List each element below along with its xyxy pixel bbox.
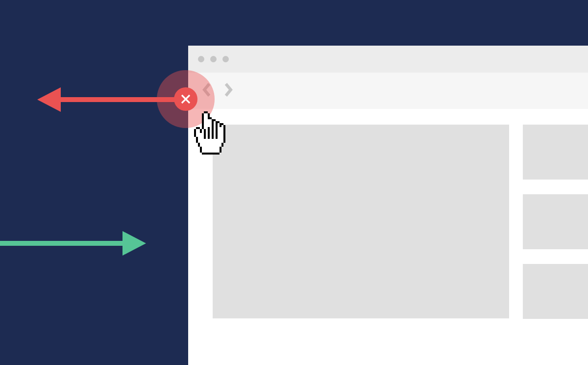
close-button[interactable] — [174, 87, 197, 111]
svg-rect-13 — [200, 143, 221, 149]
svg-rect-25 — [223, 125, 225, 143]
window-control-dot[interactable] — [222, 56, 229, 62]
forward-button[interactable] — [223, 82, 233, 99]
svg-rect-26 — [221, 143, 223, 147]
svg-rect-36 — [208, 127, 210, 139]
content-placeholder-side — [523, 264, 588, 319]
hand-pointer-cursor-icon — [190, 111, 229, 160]
window-control-dot[interactable] — [198, 56, 204, 62]
svg-rect-15 — [202, 113, 204, 129]
svg-rect-31 — [196, 137, 198, 143]
svg-rect-33 — [196, 127, 200, 129]
sidebar-column — [523, 125, 588, 319]
svg-marker-1 — [37, 87, 61, 112]
svg-rect-28 — [202, 153, 220, 155]
svg-rect-8 — [208, 119, 212, 121]
svg-rect-29 — [200, 147, 202, 153]
nav-toolbar — [188, 73, 588, 109]
svg-rect-16 — [204, 111, 208, 113]
svg-rect-12 — [198, 137, 223, 143]
svg-rect-22 — [216, 121, 220, 123]
content-placeholder-side — [523, 125, 588, 180]
title-bar — [188, 46, 588, 73]
svg-rect-27 — [220, 147, 221, 153]
svg-rect-24 — [220, 123, 223, 125]
browser-window — [188, 46, 588, 365]
window-control-dot[interactable] — [210, 56, 217, 62]
content-placeholder-main — [213, 125, 509, 318]
svg-rect-35 — [204, 129, 206, 139]
svg-rect-20 — [212, 119, 216, 121]
svg-rect-6 — [204, 113, 208, 121]
svg-rect-18 — [208, 117, 212, 119]
svg-rect-32 — [194, 129, 196, 137]
close-icon — [180, 93, 192, 105]
page-content — [188, 109, 588, 319]
svg-rect-14 — [202, 149, 220, 153]
svg-rect-37 — [212, 127, 214, 139]
svg-rect-34 — [200, 129, 202, 133]
content-placeholder-side — [523, 194, 588, 249]
chevron-right-icon — [223, 82, 233, 97]
svg-marker-3 — [122, 231, 146, 256]
svg-rect-30 — [198, 143, 200, 147]
enter-arrow-right — [0, 226, 152, 261]
svg-rect-38 — [216, 127, 218, 139]
